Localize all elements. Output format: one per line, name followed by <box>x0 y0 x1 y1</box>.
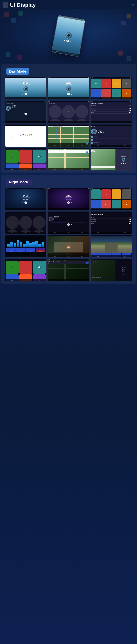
app-music[interactable]: ♪ <box>101 78 111 88</box>
eq-btn-5[interactable]: BASS- <box>6 250 16 252</box>
music-next-1[interactable]: ⏭ <box>28 93 30 95</box>
bt-prev-btn[interactable]: ⏮ <box>22 113 23 115</box>
auto-connect-toggle[interactable] <box>128 110 131 111</box>
app-telegram[interactable]: ✈ <box>91 78 101 88</box>
night-power-toggle[interactable] <box>128 223 131 224</box>
eq-btn-4[interactable]: FLAT <box>36 248 45 250</box>
video-play[interactable]: ⏸ <box>68 253 69 255</box>
lm-item-3[interactable]: 华语_经典_002.mp3 <box>91 142 132 144</box>
music-prev-1[interactable]: ⏮ <box>22 93 23 95</box>
night-bt-play[interactable]: ▶ <box>67 224 70 226</box>
night-app-1[interactable]: ✈ <box>91 190 101 199</box>
night-controls-2[interactable]: ⏮ ⏸ ⏭ <box>65 202 72 204</box>
night-np-next[interactable]: ⏭ <box>125 274 126 275</box>
bt-next-btn[interactable]: ⏭ <box>28 113 30 115</box>
night-bt-prev[interactable]: ⏮ <box>65 224 66 226</box>
night-settings-pin: Device pin 0000 <box>92 217 131 218</box>
eq-btn-1[interactable]: BASS+ <box>6 248 16 250</box>
eq-btn-8[interactable]: RESET <box>36 250 45 252</box>
dial-3[interactable]: 3 <box>75 105 88 118</box>
bt-music-controls[interactable]: ⏮ ▶ ⏭ <box>6 112 46 115</box>
night-prev-2[interactable]: ⏮ <box>65 202 66 204</box>
cp-app-music[interactable]: 🎵 <box>19 150 32 163</box>
app-settings[interactable]: ⚙ <box>122 78 132 88</box>
night-prev-1[interactable]: ⏮ <box>22 202 23 204</box>
map-go-btn[interactable]: GO <box>86 144 88 144</box>
dial-2[interactable]: 2 <box>62 105 75 118</box>
music-next-2[interactable]: ⏭ <box>71 93 72 95</box>
night-np-controls[interactable]: ⏮ ▶ ⏭ <box>121 274 126 275</box>
video-prev[interactable]: ⏮ <box>65 253 67 255</box>
road-ctrl-1[interactable]: ◁ <box>91 253 101 255</box>
night-cp-messages[interactable]: 💬 <box>33 261 46 274</box>
night-cp-phone[interactable]: 📞 <box>6 261 18 274</box>
night-np-prev[interactable]: ⏮ <box>121 274 122 275</box>
nav-icon[interactable]: ≡ <box>132 3 134 7</box>
eq-btn-2[interactable]: MID+ <box>16 248 26 250</box>
eq-btn-3[interactable]: TREBLE+ <box>26 248 36 250</box>
dialpad-grid[interactable]: 1 2 3 4 5 6 7 8 9 * 0 # <box>49 105 88 123</box>
night-np-play[interactable]: ▶ <box>123 274 124 275</box>
google-search-bar[interactable]: 🔍 Search... <box>10 137 42 139</box>
bt-music-progress[interactable] <box>8 112 44 112</box>
auto-answer-toggle[interactable] <box>128 108 131 109</box>
video-next[interactable]: ⏭ <box>70 253 72 255</box>
night-auto-connect-toggle[interactable] <box>128 221 131 222</box>
lm-controls[interactable]: ⏮ ▶ ⏭ <box>98 131 105 133</box>
night-bt-progress[interactable] <box>50 222 86 223</box>
video-controls-bar[interactable]: ⏮ ⏸ ⏭ <box>48 253 89 255</box>
night-cp-music[interactable]: 🎵 <box>19 261 32 274</box>
cp-app-messages[interactable]: 💬 <box>33 150 46 163</box>
bt-play-btn[interactable]: ▶ <box>24 112 27 115</box>
tablet-prev-btn[interactable]: ⏮ <box>64 40 66 41</box>
go-button[interactable]: GO <box>86 152 88 152</box>
tab-bt[interactable]: BT <box>65 52 66 54</box>
tablet-main-content: ⏮ ⏸ ⏭ <box>64 31 73 43</box>
lm-play[interactable]: ▶ <box>100 131 102 133</box>
lm-item-1[interactable]: 华语_经典_001.mp3 <box>91 136 132 138</box>
tablet-play-btn[interactable]: ⏸ <box>66 40 69 42</box>
cp-app-phone[interactable]: 📞 <box>6 150 18 163</box>
night-play-1[interactable]: ⏸ <box>24 202 27 204</box>
night-dial-1[interactable]: 1 <box>6 216 19 229</box>
np-next[interactable]: ⏭ <box>125 163 126 164</box>
night-dial-2[interactable]: 2 <box>19 216 32 229</box>
night-play-2[interactable]: ⏸ <box>67 202 70 204</box>
night-next-1[interactable]: ⏭ <box>28 202 30 204</box>
night-go-btn[interactable]: GO <box>86 262 88 264</box>
tablet-next-btn[interactable]: ⏭ <box>70 40 72 42</box>
np-play[interactable]: ▶ <box>123 163 124 164</box>
music-prev-2[interactable]: ⏮ <box>65 93 66 95</box>
night-app-2[interactable]: ♪ <box>101 190 111 199</box>
np-controls[interactable]: ⏮ ▶ ⏭ <box>121 163 126 164</box>
night-dial-3[interactable]: 3 <box>32 216 46 229</box>
night-bt-controls[interactable]: ⏮ ▶ ⏭ <box>49 224 88 226</box>
night-bt-next[interactable]: ⏭ <box>71 224 72 226</box>
road-ctrl-4[interactable]: ▷ <box>122 253 132 255</box>
night-auto-answer-toggle[interactable] <box>128 219 131 220</box>
night-app-3[interactable]: ⊞ <box>112 190 121 199</box>
music-controls-1[interactable]: ⏮ ⏸ ⏭ <box>22 93 30 95</box>
tab-email[interactable]: EMAIL <box>56 51 59 52</box>
tablet-controls[interactable]: ⏮ ⏸ ⏭ <box>64 39 72 43</box>
night-controls-1[interactable]: ⏮ ⏸ ⏭ <box>22 202 30 204</box>
music-play-2[interactable]: ⏸ <box>67 93 70 95</box>
lm-next[interactable]: ⏭ <box>103 132 104 133</box>
music-play-1[interactable]: ⏸ <box>24 93 27 95</box>
road-ctrl-3[interactable]: ▽ <box>112 253 121 255</box>
power-toggle[interactable] <box>128 112 131 113</box>
night-next-2[interactable]: ⏭ <box>71 202 72 204</box>
dial-1[interactable]: 1 <box>49 105 62 118</box>
lm-prev[interactable]: ⏮ <box>98 132 99 133</box>
lm-item-2[interactable]: some_华语_经典_001.mp3 <box>91 138 132 142</box>
menu-button[interactable] <box>3 2 8 8</box>
music-controls-2[interactable]: ⏮ ⏸ ⏭ <box>65 93 72 95</box>
night-dialpad[interactable]: 1 2 3 4 5 6 7 8 9 * 0 # <box>6 216 46 234</box>
road-ctrl-2[interactable]: △ <box>101 253 111 255</box>
eq-btn-7[interactable]: TREB- <box>26 250 36 252</box>
np-prev[interactable]: ⏮ <box>121 163 122 164</box>
eq-btn-6[interactable]: MID- <box>16 250 26 252</box>
tab-auto[interactable]: AUTO <box>72 54 75 55</box>
night-app-4[interactable]: ⚙ <box>122 190 132 199</box>
app-photos[interactable]: ⊞ <box>112 78 121 88</box>
